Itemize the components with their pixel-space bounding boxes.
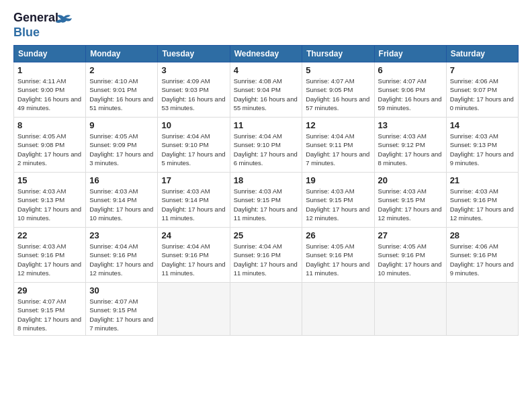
calendar-cell: 5 Sunrise: 4:07 AM Sunset: 9:05 PM Dayli… — [302, 62, 374, 118]
sunrise-text: Sunrise: 4:03 AM — [450, 187, 515, 195]
sunrise-text: Sunrise: 4:04 AM — [306, 132, 370, 140]
sunset-text: Sunset: 9:16 PM — [161, 250, 226, 259]
daylight-text: Daylight: 17 hours and 7 minutes. — [89, 315, 154, 333]
calendar-cell: 2 Sunrise: 4:10 AM Sunset: 9:01 PM Dayli… — [86, 62, 158, 118]
sunrise-text: Sunrise: 4:11 AM — [17, 77, 82, 85]
calendar-cell: 27 Sunrise: 4:05 AM Sunset: 9:16 PM Dayl… — [374, 228, 446, 283]
calendar-cell: 10 Sunrise: 4:04 AM Sunset: 9:10 PM Dayl… — [158, 118, 230, 173]
sunset-text: Sunset: 9:01 PM — [89, 85, 154, 94]
day-number: 16 — [89, 175, 154, 185]
sunset-text: Sunset: 9:04 PM — [234, 85, 299, 94]
day-number: 27 — [378, 230, 443, 240]
daylight-text: Daylight: 17 hours and 10 minutes. — [378, 260, 443, 278]
day-number: 15 — [17, 175, 82, 185]
daylight-text: Daylight: 17 hours and 12 minutes. — [89, 260, 154, 278]
sunset-text: Sunset: 9:15 PM — [234, 195, 299, 204]
day-number: 7 — [450, 65, 515, 75]
calendar-cell: 26 Sunrise: 4:05 AM Sunset: 9:16 PM Dayl… — [302, 228, 374, 283]
calendar-cell: 29 Sunrise: 4:07 AM Sunset: 9:15 PM Dayl… — [14, 283, 86, 336]
daylight-text: Daylight: 17 hours and 10 minutes. — [17, 205, 82, 223]
calendar-cell: 6 Sunrise: 4:07 AM Sunset: 9:06 PM Dayli… — [374, 62, 446, 118]
day-number: 5 — [306, 65, 370, 75]
daylight-text: Daylight: 17 hours and 8 minutes. — [378, 150, 443, 168]
page: General Blue SundayMondayTuesdayWednesda… — [0, 0, 532, 411]
day-number: 23 — [89, 230, 154, 240]
weekday-header-row: SundayMondayTuesdayWednesdayThursdayFrid… — [14, 46, 519, 62]
sunrise-text: Sunrise: 4:07 AM — [17, 297, 82, 306]
sunrise-text: Sunrise: 4:08 AM — [234, 77, 299, 85]
day-number: 19 — [306, 175, 370, 185]
calendar-cell: 15 Sunrise: 4:03 AM Sunset: 9:13 PM Dayl… — [14, 173, 86, 228]
sunset-text: Sunset: 9:12 PM — [378, 140, 443, 149]
sunrise-text: Sunrise: 4:10 AM — [89, 77, 154, 85]
sunrise-text: Sunrise: 4:07 AM — [89, 297, 154, 306]
calendar-cell: 21 Sunrise: 4:03 AM Sunset: 9:16 PM Dayl… — [446, 173, 518, 228]
sunrise-text: Sunrise: 4:04 AM — [234, 242, 299, 250]
sunrise-text: Sunrise: 4:06 AM — [450, 242, 515, 250]
sunset-text: Sunset: 9:08 PM — [17, 140, 82, 149]
day-number: 20 — [378, 175, 443, 185]
day-number: 30 — [89, 285, 154, 295]
daylight-text: Daylight: 17 hours and 5 minutes. — [161, 150, 226, 168]
sunrise-text: Sunrise: 4:07 AM — [378, 77, 443, 85]
day-number: 25 — [234, 230, 299, 240]
day-number: 28 — [450, 230, 515, 240]
sunrise-text: Sunrise: 4:05 AM — [17, 132, 82, 140]
daylight-text: Daylight: 17 hours and 11 minutes. — [234, 260, 299, 278]
day-number: 26 — [306, 230, 370, 240]
calendar-cell: 22 Sunrise: 4:03 AM Sunset: 9:16 PM Dayl… — [14, 228, 86, 283]
sunrise-text: Sunrise: 4:04 AM — [234, 132, 299, 140]
day-number: 12 — [306, 120, 370, 130]
calendar-cell: 30 Sunrise: 4:07 AM Sunset: 9:15 PM Dayl… — [86, 283, 158, 336]
calendar-cell: 9 Sunrise: 4:05 AM Sunset: 9:09 PM Dayli… — [86, 118, 158, 173]
calendar-cell: 25 Sunrise: 4:04 AM Sunset: 9:16 PM Dayl… — [230, 228, 302, 283]
sunrise-text: Sunrise: 4:05 AM — [378, 242, 443, 250]
daylight-text: Daylight: 17 hours and 11 minutes. — [161, 205, 226, 223]
sunset-text: Sunset: 9:14 PM — [161, 195, 226, 204]
sunset-text: Sunset: 9:16 PM — [378, 250, 443, 259]
day-number: 18 — [234, 175, 299, 185]
sunrise-text: Sunrise: 4:03 AM — [17, 242, 82, 250]
calendar-row-1: 1 Sunrise: 4:11 AM Sunset: 9:00 PM Dayli… — [14, 62, 519, 118]
calendar-row-4: 22 Sunrise: 4:03 AM Sunset: 9:16 PM Dayl… — [14, 228, 519, 283]
sunset-text: Sunset: 9:16 PM — [306, 250, 370, 259]
daylight-text: Daylight: 16 hours and 55 minutes. — [234, 95, 299, 113]
sunrise-text: Sunrise: 4:05 AM — [306, 242, 370, 250]
calendar-cell: 17 Sunrise: 4:03 AM Sunset: 9:14 PM Dayl… — [158, 173, 230, 228]
sunset-text: Sunset: 9:15 PM — [89, 306, 154, 314]
calendar-table: SundayMondayTuesdayWednesdayThursdayFrid… — [13, 45, 519, 336]
calendar-cell — [302, 283, 374, 336]
sunset-text: Sunset: 9:07 PM — [450, 85, 515, 94]
weekday-header-friday: Friday — [374, 46, 446, 62]
calendar-cell — [230, 283, 302, 336]
sunrise-text: Sunrise: 4:04 AM — [161, 132, 226, 140]
daylight-text: Daylight: 17 hours and 12 minutes. — [17, 260, 82, 278]
daylight-text: Daylight: 17 hours and 6 minutes. — [234, 150, 299, 168]
calendar-cell: 14 Sunrise: 4:03 AM Sunset: 9:13 PM Dayl… — [446, 118, 518, 173]
calendar-cell: 3 Sunrise: 4:09 AM Sunset: 9:03 PM Dayli… — [158, 62, 230, 118]
weekday-header-wednesday: Wednesday — [230, 46, 302, 62]
sunset-text: Sunset: 9:16 PM — [234, 250, 299, 259]
sunset-text: Sunset: 9:10 PM — [234, 140, 299, 149]
day-number: 1 — [17, 65, 82, 75]
sunrise-text: Sunrise: 4:03 AM — [378, 187, 443, 195]
daylight-text: Daylight: 16 hours and 57 minutes. — [306, 95, 370, 113]
day-number: 29 — [17, 285, 82, 295]
weekday-header-sunday: Sunday — [14, 46, 86, 62]
day-number: 17 — [161, 175, 226, 185]
day-number: 11 — [234, 120, 299, 130]
weekday-header-monday: Monday — [86, 46, 158, 62]
weekday-header-thursday: Thursday — [302, 46, 374, 62]
calendar-row-2: 8 Sunrise: 4:05 AM Sunset: 9:08 PM Dayli… — [14, 118, 519, 173]
sunset-text: Sunset: 9:16 PM — [89, 250, 154, 259]
sunset-text: Sunset: 9:13 PM — [450, 140, 515, 149]
calendar-cell: 24 Sunrise: 4:04 AM Sunset: 9:16 PM Dayl… — [158, 228, 230, 283]
daylight-text: Daylight: 17 hours and 0 minutes. — [450, 95, 515, 113]
daylight-text: Daylight: 17 hours and 2 minutes. — [17, 150, 82, 168]
calendar-cell — [158, 283, 230, 336]
calendar-cell: 28 Sunrise: 4:06 AM Sunset: 9:16 PM Dayl… — [446, 228, 518, 283]
sunrise-text: Sunrise: 4:04 AM — [161, 242, 226, 250]
sunset-text: Sunset: 9:05 PM — [306, 85, 370, 94]
daylight-text: Daylight: 17 hours and 7 minutes. — [306, 150, 370, 168]
header: General Blue — [13, 11, 519, 40]
